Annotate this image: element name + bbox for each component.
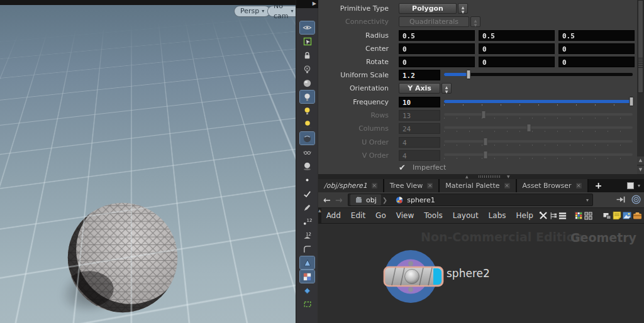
parameters-scrollbar[interactable]: ▲ ▼ <box>637 0 644 174</box>
breadcrumb-sphere1[interactable]: sphere1 <box>391 194 440 205</box>
close-icon[interactable]: × <box>427 183 433 189</box>
scene-viewport[interactable]: Persp ▾ No cam ▾ <box>0 0 296 323</box>
brush-check-icon[interactable] <box>300 187 314 200</box>
divider-collapse-up-icon[interactable]: ▲ <box>465 174 469 179</box>
perspective-selector[interactable]: Persp ▾ <box>234 6 270 17</box>
menu-add[interactable]: Add <box>321 211 346 220</box>
scrollbar-grip <box>638 58 643 68</box>
toolbox-icon[interactable] <box>632 210 643 221</box>
orientation-dropdown[interactable]: Y Axis <box>399 83 440 94</box>
tab-obj-sphere1[interactable]: /obj/sphere1 × <box>318 179 384 192</box>
scrollbar-thumb[interactable] <box>638 0 643 93</box>
slider-handle[interactable] <box>467 70 471 79</box>
rotate-y-field[interactable]: 0 <box>479 57 555 67</box>
lock-icon[interactable] <box>300 49 314 62</box>
close-icon[interactable]: × <box>576 183 582 189</box>
imperfect-checkbox[interactable]: ✔ <box>399 163 408 172</box>
menu-go[interactable]: Go <box>370 211 391 220</box>
light-move-icon[interactable] <box>300 118 314 131</box>
uniform-scale-slider[interactable] <box>444 73 633 76</box>
render-sphere-icon[interactable] <box>300 77 314 89</box>
light-disabled-icon[interactable] <box>300 63 314 75</box>
menu-edit[interactable]: Edit <box>346 211 370 220</box>
center-x-field[interactable]: 0 <box>399 43 475 54</box>
pen-icon[interactable] <box>300 201 314 214</box>
scroll-down-button[interactable]: ▼ <box>637 166 644 174</box>
shadow-sphere-icon[interactable] <box>300 160 314 172</box>
node-name-label[interactable]: sphere2 <box>447 267 490 280</box>
divider-grip[interactable] <box>479 175 500 178</box>
divider-collapse-down-icon[interactable]: ▼ <box>507 174 510 179</box>
new-tab-button[interactable]: + <box>589 179 609 192</box>
node-input-dot[interactable] <box>408 261 413 266</box>
scroll-up-button[interactable]: ▲ <box>637 156 644 165</box>
param-row-connectivity: Connectivity Quadrilaterals ▲▼ <box>318 16 644 27</box>
point-numbers-icon[interactable]: 12 <box>300 215 314 227</box>
pin-icon[interactable] <box>616 194 626 205</box>
pane-layout-icon[interactable] <box>627 182 634 189</box>
node-display-flag[interactable] <box>433 268 441 285</box>
uniform-scale-field[interactable]: 1.2 <box>399 70 440 80</box>
path-field[interactable]: obj ❯ sphere1 ▾ <box>348 194 593 206</box>
menu-help[interactable]: Help <box>511 211 538 220</box>
tools-icon[interactable] <box>538 210 548 221</box>
point-light-icon[interactable] <box>300 104 314 117</box>
points-icon[interactable] <box>300 173 314 186</box>
menu-layout[interactable]: Layout <box>448 211 484 220</box>
follow-target-icon[interactable] <box>631 194 641 205</box>
node-output-dot[interactable] <box>408 287 413 292</box>
forward-arrow-icon[interactable]: → <box>335 195 343 205</box>
param-row-primitive-type: Primitive Type Polygon ▲▼ <box>318 3 644 14</box>
tab-material-palette[interactable]: Material Palette × <box>440 179 516 192</box>
toolbar-expand-arrow[interactable]: ▶ <box>296 0 318 8</box>
network-editor[interactable]: Non-Commercial Edition Geometry <box>318 224 644 323</box>
close-icon[interactable]: × <box>372 183 377 189</box>
back-arrow-icon[interactable]: ← <box>323 195 331 205</box>
radius-x-field[interactable]: 0.5 <box>399 30 475 41</box>
handle-diamond-icon[interactable] <box>300 284 314 297</box>
primitive-type-spinner[interactable]: ▲▼ <box>458 3 468 14</box>
radius-z-field[interactable]: 0.5 <box>558 30 635 41</box>
group-box-icon[interactable] <box>300 298 314 310</box>
tab-asset-browser[interactable]: Asset Browser × <box>517 179 589 192</box>
param-row-rows: Rows 13 <box>318 109 644 121</box>
headlight-icon[interactable] <box>300 90 314 103</box>
frequency-field[interactable]: 10 <box>399 97 440 107</box>
cone-handle-icon[interactable] <box>300 256 314 269</box>
select-box-icon[interactable] <box>300 35 314 48</box>
tab-menu-arrow-icon[interactable]: ▾ <box>638 183 640 189</box>
sphere2-node[interactable] <box>379 246 453 307</box>
orientation-spinner[interactable]: ▲▼ <box>441 83 452 94</box>
uv-checker-icon[interactable] <box>300 270 314 283</box>
radius-y-field[interactable]: 0.5 <box>479 30 555 41</box>
camera-selector[interactable]: No cam ▾ <box>267 6 296 17</box>
curve-corner-icon[interactable] <box>300 243 314 255</box>
panels-icon[interactable] <box>602 210 612 221</box>
list-icon[interactable] <box>558 210 567 221</box>
breadcrumb-obj[interactable]: obj <box>350 194 381 205</box>
material-sphere-icon[interactable] <box>300 132 314 145</box>
glasses-icon[interactable] <box>300 146 314 158</box>
pane-divider[interactable]: ▲ ▼ <box>318 174 644 179</box>
center-y-field[interactable]: 0 <box>479 43 555 54</box>
frequency-slider[interactable] <box>444 100 633 103</box>
primitive-numbers-icon[interactable]: 12 <box>300 229 314 241</box>
close-icon[interactable]: × <box>504 183 510 189</box>
image-icon[interactable] <box>622 210 632 221</box>
primitive-type-dropdown[interactable]: Polygon <box>399 3 457 14</box>
center-z-field[interactable]: 0 <box>558 43 635 54</box>
sphere-geometry[interactable] <box>67 202 179 314</box>
tab-tree-view[interactable]: Tree View × <box>384 179 440 192</box>
menu-labs[interactable]: Labs <box>484 211 511 220</box>
visibility-eye-icon[interactable] <box>300 21 314 34</box>
rotate-x-field[interactable]: 0 <box>399 57 475 67</box>
rotate-z-field[interactable]: 0 <box>558 57 635 67</box>
menu-tools[interactable]: Tools <box>419 211 448 220</box>
slider-ticks <box>444 145 633 146</box>
path-dropdown-icon[interactable]: ▾ <box>586 197 592 203</box>
color-palette-icon[interactable] <box>574 210 584 221</box>
menu-view[interactable]: View <box>391 211 419 220</box>
sticky-note-icon[interactable] <box>612 210 622 221</box>
layout-grid-icon[interactable] <box>584 210 593 221</box>
tree-view-icon[interactable] <box>548 210 558 221</box>
